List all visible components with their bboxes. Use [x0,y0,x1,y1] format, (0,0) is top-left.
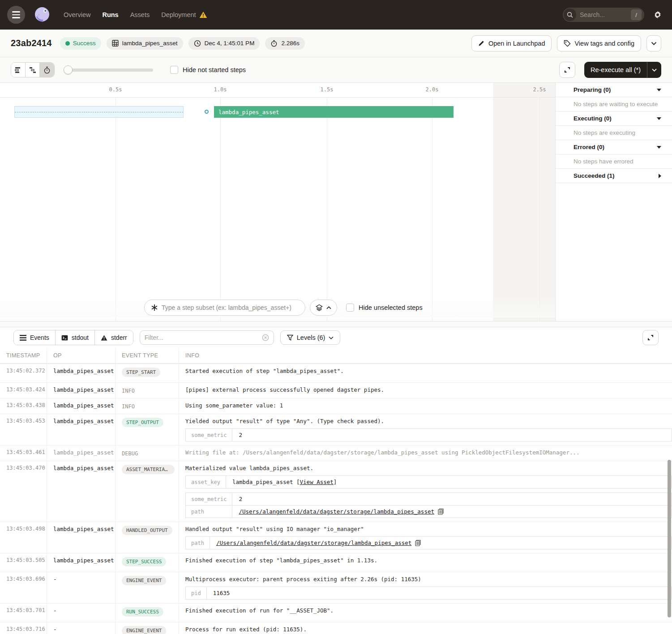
reexecute-all-button[interactable]: Re-execute all (*) [584,62,647,78]
stopwatch-icon [270,40,278,47]
run-header-more-button[interactable] [646,35,661,51]
levels-dropdown-button[interactable]: Levels (6) [280,330,341,345]
event-type-badge: STEP_SUCCESS [122,557,166,566]
metadata-value: 11635 [207,587,672,599]
table-icon [20,335,26,341]
clear-filter-icon[interactable] [262,334,269,341]
apply-subset-button[interactable] [310,300,337,316]
nav-item-deployment[interactable]: Deployment [161,11,207,18]
log-scrollbar[interactable] [668,460,671,617]
search-box[interactable]: / [563,8,644,22]
log-event-type: RUN_SUCCESS [116,604,179,622]
gantt-fullscreen-button[interactable] [559,62,575,78]
zoom-slider[interactable] [64,65,153,74]
open-launchpad-button[interactable]: Open in Launchpad [471,35,552,51]
step-status-section-header[interactable]: Executing (0) [556,111,672,126]
log-row[interactable]: 13:45:03.696-ENGINE_EVENTMultiprocess ex… [0,572,672,604]
log-info: Using some_parameter value: 1 [179,398,672,414]
log-row[interactable]: 13:45:03.424lambda_pipes_assetINFO[pipes… [0,383,672,398]
path-link[interactable]: /Users/alangenfeld/data/dagster/storage/… [239,508,434,515]
nav-item-assets[interactable]: Assets [130,11,150,18]
copy-icon[interactable] [438,508,444,515]
copy-icon[interactable] [415,540,421,546]
axis-gridline [539,98,540,321]
log-message: Multiprocess executor: parent process ex… [185,576,672,583]
log-timestamp: 13:45:03.505 [0,553,47,572]
log-message: Finished execution of run for "__ASSET_J… [185,607,672,614]
zoom-slider-knob[interactable] [64,65,73,74]
axis-gridline [220,98,221,321]
log-row[interactable]: 13:45:03.716-ENGINE_EVENTProcess for run… [0,622,672,634]
panel-splitter[interactable] [0,321,672,327]
event-type-badge: STEP_START [122,368,160,377]
tab-events[interactable]: Events [14,330,56,345]
gantt-step-bar[interactable]: lambda_pipes_asset [214,106,454,118]
event-type-badge: ENGINE_EVENT [122,626,166,634]
log-row[interactable]: 13:45:03.453lambda_pipes_assetSTEP_OUTPU… [0,414,672,446]
nav-item-label: Assets [130,11,150,18]
reexecute-split-button: Re-execute all (*) [584,62,661,78]
log-row[interactable]: 13:45:02.372lambda_pipes_assetSTEP_START… [0,364,672,383]
chevron-down-icon [651,42,657,45]
step-status-section-header[interactable]: Succeeded (1) [556,169,672,183]
log-info: Finished execution of step "lambda_pipes… [179,553,672,572]
search-input[interactable] [580,11,627,18]
step-status-section-header[interactable]: Errored (0) [556,140,672,154]
log-row[interactable]: 13:45:03.438lambda_pipes_assetINFOUsing … [0,398,672,414]
tab-label: Events [30,334,49,341]
log-filter-input[interactable] [145,334,258,341]
log-message: Handled output "result" using IO manager… [185,526,672,532]
flat-view-button[interactable] [11,63,26,77]
hide-not-started-checkbox[interactable]: Hide not started steps [170,66,246,74]
funnel-icon [287,334,293,341]
axis-tick-label: 0.5s [109,86,122,93]
dagster-logo-icon[interactable] [32,5,52,25]
step-subset-input[interactable] [162,304,299,311]
log-row[interactable]: 13:45:03.498lambda_pipes_assetHANDLED_OU… [0,522,672,553]
run-main: 0.5s1.0s1.5s2.0s2.5s lambda_pipes_asset [0,83,672,321]
metadata-row: some_metric2 [186,493,672,505]
log-filter-box[interactable] [140,330,274,345]
log-fullscreen-button[interactable] [642,330,659,345]
duration-label: 2.286s [281,40,300,47]
view-tags-config-button[interactable]: View tags and config [557,35,641,51]
log-row[interactable]: 13:45:03.701-RUN_SUCCESSFinished executi… [0,604,672,622]
log-row[interactable]: 13:45:03.461lambda_pipes_assetDEBUGWriti… [0,446,672,461]
metadata-table: asset_keylambda_pipes_asset [View Asset] [185,476,672,488]
chevron-down-icon [657,89,661,91]
log-row[interactable]: 13:45:03.505lambda_pipes_assetSTEP_SUCCE… [0,553,672,572]
log-timestamp: 13:45:03.461 [0,446,47,461]
tab-stderr[interactable]: stderr [95,330,133,345]
tab-label: stdout [72,334,89,341]
settings-gear-icon[interactable] [653,10,662,19]
axis-gridline [116,98,116,321]
metadata-row: asset_keylambda_pipes_asset [View Asset] [186,476,672,488]
log-row[interactable]: 13:45:03.470lambda_pipes_assetASSET_MATE… [0,461,672,522]
warning-triangle-icon [101,335,107,341]
event-type-text: DEBUG [122,450,138,457]
view-asset-link[interactable]: View Asset [300,479,334,485]
step-subset-box[interactable] [144,300,305,316]
nav-item-runs[interactable]: Runs [102,11,118,18]
gantt-resource-marker-icon[interactable] [205,110,209,114]
reexecute-dropdown-button[interactable] [647,62,661,78]
path-link[interactable]: /Users/alangenfeld/data/dagster/storage/… [216,540,412,546]
hide-unselected-checkbox[interactable]: Hide unselected steps [346,304,423,312]
tab-stdout[interactable]: stdout [56,330,95,345]
waterfall-view-button[interactable] [26,63,40,77]
log-event-type: DEBUG [116,446,179,461]
menu-button[interactable] [7,6,25,24]
log-message: Using some_parameter value: 1 [185,402,672,409]
log-event-type: ASSET_MATERIALIZAT… [116,461,179,522]
log-info: Handled output "result" using IO manager… [179,522,672,553]
zoom-slider-track [64,69,153,72]
gantt-view-mode-group [11,62,55,77]
duration-badge: 2.286s [265,37,305,50]
metadata-value: 2 [232,429,672,441]
checkbox-icon [170,66,178,74]
job-name-badge[interactable]: lambda_pipes_asset [107,37,183,50]
log-table-header: TIMESTAMP OP EVENT TYPE INFO [0,348,672,364]
nav-item-overview[interactable]: Overview [64,11,90,18]
step-status-section-header[interactable]: Preparing (0) [556,83,672,97]
timed-view-button[interactable] [40,63,54,77]
